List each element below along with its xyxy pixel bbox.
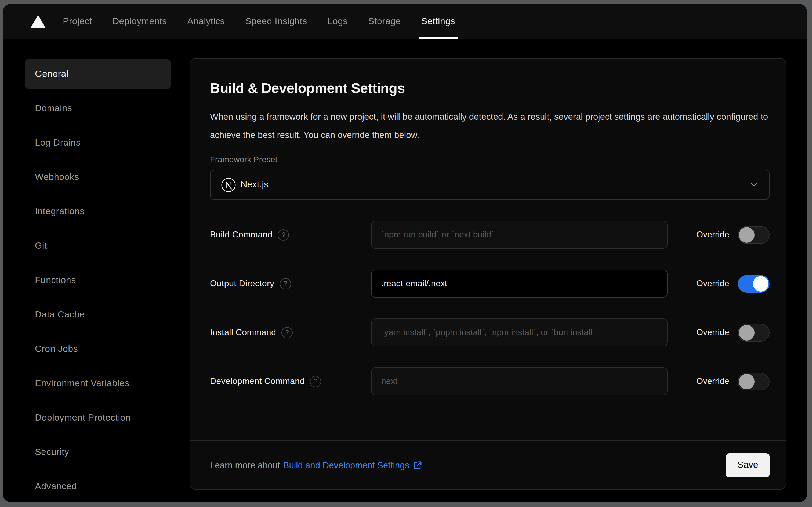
settings-sidebar: General Domains Log Drains Webhooks Inte… bbox=[3, 39, 171, 502]
sidebar-item-integrations[interactable]: Integrations bbox=[25, 196, 171, 227]
tab-speed-insights[interactable]: Speed Insights bbox=[245, 4, 307, 39]
install-command-label: Install Command bbox=[210, 328, 276, 337]
app-window: Project Deployments Analytics Speed Insi… bbox=[3, 4, 807, 502]
sidebar-item-advanced[interactable]: Advanced bbox=[25, 471, 171, 502]
toggle-knob bbox=[753, 276, 768, 291]
override-label: Override bbox=[696, 377, 729, 386]
sidebar-item-log-drains[interactable]: Log Drains bbox=[25, 128, 171, 158]
toggle-knob bbox=[739, 227, 755, 242]
toggle-knob bbox=[739, 374, 755, 389]
override-label: Override bbox=[696, 230, 729, 239]
learn-more-text: Learn more about bbox=[210, 460, 280, 470]
sidebar-item-environment-variables[interactable]: Environment Variables bbox=[25, 369, 171, 398]
development-command-row: Development Command ? Override bbox=[210, 368, 769, 395]
tab-project[interactable]: Project bbox=[63, 4, 92, 39]
card-footer: Learn more about Build and Development S… bbox=[190, 440, 786, 489]
sidebar-item-webhooks[interactable]: Webhooks bbox=[25, 162, 171, 192]
sidebar-item-cron-jobs[interactable]: Cron Jobs bbox=[25, 334, 171, 364]
help-icon[interactable]: ? bbox=[281, 327, 293, 338]
output-directory-override-toggle[interactable] bbox=[738, 275, 769, 292]
tab-settings[interactable]: Settings bbox=[421, 4, 455, 39]
tab-logs[interactable]: Logs bbox=[328, 4, 348, 39]
vercel-logo[interactable] bbox=[31, 4, 46, 39]
build-command-label: Build Command bbox=[210, 230, 273, 239]
build-command-override-toggle[interactable] bbox=[738, 226, 769, 243]
sidebar-item-deployment-protection[interactable]: Deployment Protection bbox=[25, 403, 171, 433]
page-description: When using a framework for a new project… bbox=[210, 107, 769, 144]
output-directory-label: Output Directory bbox=[210, 279, 274, 288]
sidebar-item-security[interactable]: Security bbox=[25, 437, 171, 467]
tab-analytics[interactable]: Analytics bbox=[187, 4, 225, 39]
sidebar-item-git[interactable]: Git bbox=[25, 231, 171, 261]
nextjs-logo-icon bbox=[221, 177, 236, 192]
docs-link-label: Build and Development Settings bbox=[283, 460, 409, 470]
build-command-input[interactable] bbox=[371, 221, 668, 249]
override-label: Override bbox=[696, 279, 729, 288]
output-directory-input[interactable] bbox=[371, 270, 668, 297]
override-label: Override bbox=[696, 328, 729, 337]
external-link-icon bbox=[413, 460, 422, 470]
install-command-input[interactable] bbox=[371, 319, 668, 346]
sidebar-item-domains[interactable]: Domains bbox=[25, 94, 171, 123]
help-icon[interactable]: ? bbox=[278, 229, 289, 240]
tab-storage[interactable]: Storage bbox=[368, 4, 401, 39]
content-area: General Domains Log Drains Webhooks Inte… bbox=[3, 39, 807, 502]
tab-deployments[interactable]: Deployments bbox=[113, 4, 167, 39]
sidebar-item-general[interactable]: General bbox=[25, 59, 171, 89]
vercel-triangle-icon bbox=[31, 15, 46, 27]
desktop-background: Project Deployments Analytics Speed Insi… bbox=[0, 0, 812, 507]
sidebar-item-data-cache[interactable]: Data Cache bbox=[25, 300, 171, 330]
page-title: Build & Development Settings bbox=[210, 80, 769, 97]
nav-tabs: Project Deployments Analytics Speed Insi… bbox=[63, 4, 455, 39]
install-command-row: Install Command ? Override bbox=[210, 319, 769, 346]
build-settings-card: Build & Development Settings When using … bbox=[189, 58, 786, 490]
help-icon[interactable]: ? bbox=[280, 278, 291, 289]
output-directory-row: Output Directory ? Override bbox=[210, 270, 769, 297]
top-nav: Project Deployments Analytics Speed Insi… bbox=[3, 4, 807, 39]
development-command-input[interactable] bbox=[371, 368, 668, 395]
install-command-override-toggle[interactable] bbox=[738, 324, 769, 341]
help-icon[interactable]: ? bbox=[310, 376, 322, 387]
build-command-row: Build Command ? Override bbox=[210, 221, 769, 249]
toggle-knob bbox=[739, 325, 755, 340]
framework-preset-select[interactable]: Next.js bbox=[210, 170, 769, 200]
save-button[interactable]: Save bbox=[726, 453, 769, 477]
development-command-override-toggle[interactable] bbox=[738, 373, 769, 390]
sidebar-item-functions[interactable]: Functions bbox=[25, 265, 171, 295]
build-settings-docs-link[interactable]: Build and Development Settings bbox=[283, 460, 422, 470]
framework-preset-value: Next.js bbox=[241, 179, 269, 190]
framework-preset-label: Framework Preset bbox=[210, 155, 769, 164]
development-command-label: Development Command bbox=[210, 377, 305, 386]
chevron-down-icon bbox=[750, 180, 758, 189]
